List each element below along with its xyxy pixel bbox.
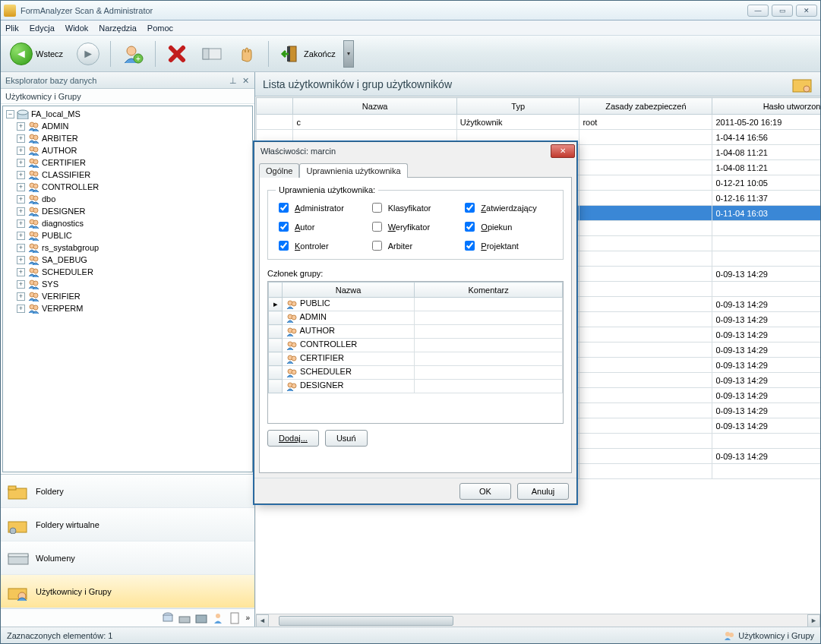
doc-icon[interactable] (229, 612, 241, 624)
menu-pomoc[interactable]: Pomoc (147, 24, 173, 33)
titlebar[interactable]: FormAnalyzer Scan & Administrator — ▭ ✕ (1, 1, 820, 21)
svg-point-36 (33, 281, 38, 286)
svg-rect-52 (196, 615, 207, 623)
tree-item[interactable]: +SCHEDULER (5, 266, 251, 278)
svg-point-38 (33, 293, 38, 298)
svg-rect-4 (203, 49, 209, 59)
volume-icon[interactable] (195, 612, 207, 624)
svg-point-62 (292, 315, 296, 320)
perm-checkbox[interactable]: Zatwierdzający (462, 200, 555, 215)
svg-point-56 (804, 86, 810, 92)
svg-point-57 (725, 632, 730, 636)
perm-checkbox[interactable]: Administrator (276, 200, 369, 215)
perm-checkbox[interactable]: Kontroler (276, 238, 369, 253)
svg-rect-46 (8, 554, 28, 557)
back-label: Wstecz (36, 49, 63, 58)
perm-checkbox[interactable]: Weryfikator (369, 219, 463, 234)
member-row[interactable]: CERTIFIER (269, 352, 563, 366)
back-button[interactable]: ◄ Wstecz (5, 40, 68, 68)
perm-checkbox[interactable]: Autor (276, 219, 369, 234)
window-title: FormAnalyzer Scan & Administrator (21, 6, 747, 15)
member-row[interactable]: SCHEDULER (269, 366, 563, 380)
svg-rect-51 (179, 617, 190, 623)
toolbar-overflow[interactable]: ▾ (343, 40, 354, 68)
dialog-tab-panel: Uprawnienia użytkownika: AdministratorKl… (259, 177, 572, 473)
add-user-button[interactable]: + (117, 40, 149, 68)
tree-item[interactable]: +SA_DEBUG (5, 254, 251, 266)
tree-item[interactable]: +ARBITER (5, 132, 251, 144)
minimize-button[interactable]: — (747, 5, 769, 17)
member-row[interactable]: ADMIN (269, 311, 563, 325)
perm-checkbox[interactable]: Klasyfikator (369, 200, 463, 215)
overflow-icon[interactable]: » (245, 614, 250, 622)
nav-item[interactable]: Foldery (1, 475, 254, 508)
nav-item[interactable]: Foldery wirtualne (1, 508, 254, 541)
menu-edycja[interactable]: Edycja (30, 24, 55, 33)
forward-button[interactable]: ► (72, 40, 104, 68)
tab-ogolne[interactable]: Ogólne (259, 163, 299, 178)
exit-button[interactable]: Zakończ (275, 40, 340, 68)
nav-item[interactable]: Wolumeny (1, 541, 254, 575)
member-row[interactable]: ▸ PUBLIC (269, 298, 563, 311)
members-label: Członek grupy: (267, 269, 564, 278)
perm-checkbox[interactable]: Opiekun (462, 219, 555, 234)
svg-rect-50 (163, 615, 172, 621)
maximize-button[interactable]: ▭ (772, 5, 793, 17)
ok-button[interactable]: OK (459, 483, 511, 500)
menu-narzedzia[interactable]: Narzędzia (99, 24, 137, 33)
hand-button[interactable] (232, 40, 262, 68)
tree-item[interactable]: +AUTHOR (5, 144, 251, 156)
tree-item[interactable]: +CERTIFIER (5, 156, 251, 169)
exit-label: Zakończ (304, 49, 336, 58)
perm-checkbox[interactable]: Projektant (462, 238, 555, 253)
user-small-icon[interactable] (212, 612, 224, 624)
dialog-close-button[interactable]: ✕ (551, 144, 575, 158)
tree-item[interactable]: +rs_systabgroup (5, 242, 251, 254)
tree-item[interactable]: +DESIGNER (5, 205, 251, 217)
svg-text:+: + (136, 55, 141, 63)
db-icon[interactable] (162, 612, 174, 624)
horizontal-scrollbar[interactable]: ◄► (256, 614, 820, 627)
tree-item[interactable]: +diagnostics (5, 217, 251, 229)
table-row[interactable]: cUżytkownikroot2011-05-20 16:192011-05-2… (257, 115, 821, 130)
tab-uprawnienia[interactable]: Uprawnienia użytkownika (299, 163, 407, 178)
tree-item[interactable]: +SYS (5, 278, 251, 290)
perm-checkbox[interactable]: Arbiter (369, 238, 463, 253)
svg-point-68 (292, 356, 296, 361)
tree-item[interactable]: +VERIFIER (5, 290, 251, 302)
tree-item[interactable]: +PUBLIC (5, 229, 251, 242)
tree-item[interactable]: +dbo (5, 193, 251, 205)
menu-widok[interactable]: Widok (65, 24, 89, 33)
svg-rect-42 (8, 486, 16, 490)
member-row[interactable]: CONTROLLER (269, 339, 563, 352)
member-row[interactable]: DESIGNER (269, 380, 563, 393)
tree-item[interactable]: +CONTROLLER (5, 181, 251, 193)
member-row[interactable]: AUTHOR (269, 325, 563, 339)
cancel-button[interactable]: Anuluj (517, 483, 569, 500)
close-panel-icon[interactable]: ✕ (241, 76, 250, 85)
app-window: FormAnalyzer Scan & Administrator — ▭ ✕ … (0, 0, 821, 644)
tree-root[interactable]: −FA_local_MS (5, 108, 251, 120)
remove-button[interactable]: Usuń (325, 430, 368, 447)
tree-view[interactable]: −FA_local_MS+ADMIN+ARBITER+AUTHOR+CERTIF… (2, 106, 253, 472)
tree-item[interactable]: +CLASSIFIER (5, 169, 251, 181)
add-button[interactable]: Dodaj... (267, 430, 319, 447)
dialog-titlebar[interactable]: Właściwości: marcin ✕ (254, 142, 576, 160)
svg-point-34 (33, 269, 38, 273)
svg-point-60 (292, 301, 296, 306)
pin-icon[interactable]: ⊥ (229, 76, 238, 85)
explorer-subtitle: Użytkownicy i Grupy (1, 89, 254, 104)
svg-point-0 (127, 46, 136, 55)
tree-item[interactable]: +ADMIN (5, 120, 251, 132)
close-button[interactable]: ✕ (796, 5, 817, 17)
menu-plik[interactable]: Plik (5, 24, 19, 33)
nav-item[interactable]: Użytkownicy i Grupy (1, 575, 254, 608)
svg-point-72 (292, 384, 296, 388)
svg-point-40 (33, 305, 38, 310)
scanner-icon[interactable] (178, 612, 191, 624)
layout-button[interactable] (197, 40, 227, 68)
tree-item[interactable]: +VERPERM (5, 302, 251, 314)
delete-button[interactable] (162, 40, 192, 68)
members-box[interactable]: NazwaKomentarz▸ PUBLIC ADMIN AUTHOR CONT… (267, 281, 564, 424)
explorer-header: Eksplorator bazy danych ⊥ ✕ (1, 72, 254, 89)
